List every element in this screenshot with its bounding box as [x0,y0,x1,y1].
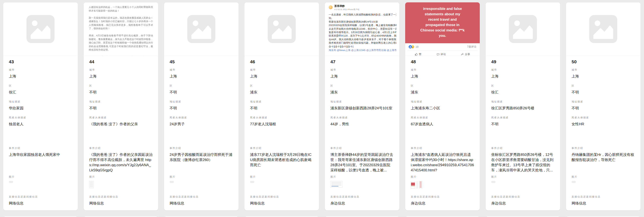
partial-card[interactable] [3,216,78,217]
comment-bubble-icon [437,53,440,56]
record-card-48[interactable]: irresponsible and false statements about… [405,2,480,211]
field-value-victim: 独居老人 [9,122,72,127]
record-number: 45 [170,56,233,68]
field-label-victim: 死者大体描述 [170,116,233,119]
field-label-event: 事件介绍 [411,147,474,150]
image-placeholder-icon [26,15,54,43]
reaction-count: 19 [416,45,418,48]
field-label-direct: 直接信息还是间接信息 [411,195,474,198]
share-arrow-icon [461,53,464,56]
field-value-district: 徐汇 [9,90,72,95]
field-value-event: 上海浦东*血透病人延误治疗致死且遗体滞留家中约30小时！https://shar… [411,152,474,173]
field-label-address: 地址描述 [170,100,233,103]
field-label-victim: 死者大体描述 [89,116,152,119]
field-label-images: 图片 [411,175,474,178]
field-value-direct: 网络信息 [9,201,72,206]
field-label-district: 区 [170,84,233,87]
partial-card[interactable] [566,216,641,217]
field-label-city: 城市 [411,68,474,71]
next-card-row-peek [0,216,644,217]
field-value-direct: 网络信息 [572,201,635,206]
field-label-images: 图片 [250,175,314,178]
share-action: 分享 [461,52,470,56]
record-card-49[interactable]: 49 城市上海 区徐汇 地址描述徐汇区罗秀路850弄26号楼 死者大体描述不明 … [485,2,560,211]
weibo-post-meta: 4-2 02:31 来自 iPhone客户端 [334,8,359,11]
record-card-43[interactable]: 43 城市上海 区徐汇 地址描述华欣家园 死者大体描述独居老人 事件介绍上海华欣… [3,2,78,211]
field-value-address: 不明 [170,106,233,111]
partial-card[interactable] [244,216,319,217]
field-value-direct: 网络信息 [170,201,233,206]
thumbs-up-icon [415,53,418,56]
field-label-event: 事件介绍 [491,147,554,150]
field-label-district: 区 [411,84,474,87]
image-placeholder-icon [268,15,296,43]
field-label-event: 事件介绍 [9,147,72,150]
field-label-direct: 直接信息还是间接信息 [330,195,394,198]
field-label-direct: 直接信息还是间接信息 [250,195,314,198]
field-value-district: 徐汇 [491,90,554,95]
card-cover-placeholder [486,2,560,56]
field-label-images: 图片 [330,175,394,178]
field-value-victim: 《我的爸爸 没了》作者的父亲 [89,122,152,127]
field-label-victim: 死者大体描述 [411,116,474,119]
field-label-address: 地址描述 [572,100,635,103]
attachment-thumbnail [411,181,415,189]
field-label-images: 图片 [491,175,554,178]
field-label-images: 图片 [9,175,72,178]
card-cover-placeholder [164,2,238,56]
weibo-username: 茶香禅静 [334,4,359,7]
card-fields: 49 城市上海 区徐汇 地址描述徐汇区罗秀路850弄26号楼 死者大体描述不明 … [486,56,560,210]
partial-card[interactable] [164,216,239,217]
card-cover-article-screenshot: 人都没有这样的机会，一个病人需要几十个人的同时帮助和关怀才有可能获得一丝的机会！… [84,2,158,56]
field-label-district: 区 [330,84,394,87]
field-value-district: 不明 [170,90,233,95]
red-post-text: irresponsible and false statements about… [415,6,470,38]
record-number: 44 [89,56,152,68]
card-cover-placeholder [244,2,319,56]
record-card-46[interactable]: 46 城市上海 区浦东 地址描述不明 死者大体描述77岁老人沈瑞根 事件介绍浦东… [244,2,319,211]
field-label-address: 地址描述 [491,100,554,103]
field-value-direct: 网络信息 [89,201,152,206]
record-card-47[interactable]: 茶香禅静 4-2 02:31 来自 iPhone客户端 一名志愿者，昨日我投入路… [324,2,400,211]
field-value-direct: 身边信息 [330,201,394,206]
field-value-victim: 女性HR [572,122,635,127]
comment-action: 评论 [437,52,446,56]
record-number: 50 [572,56,635,68]
field-value-address: 上海浦东寿二小区 [411,106,474,111]
attachment-thumbnail [330,181,342,188]
card-fields: 48 城市上海 区浦东 地址描述上海浦东寿二小区 死者大体描述67岁血透病人 事… [405,56,480,210]
field-value-city: 上海 [170,74,233,79]
field-value-address: 不明 [250,106,314,111]
field-label-event: 事件介绍 [170,147,233,150]
partial-card[interactable] [324,216,400,217]
weibo-mentions: 海发布 @News上海 @上海12345 @上海市市民信箱 @上海市志愿者协会 [329,49,396,52]
field-label-direct: 直接信息还是间接信息 [9,195,72,198]
partial-card[interactable] [485,216,560,217]
image-placeholder-icon [509,15,537,43]
attachment-thumbnail [491,181,496,183]
field-value-event: 24岁男子因核酸而延误治疗而猝死于浦东医院（微博@红茶260） [170,152,233,163]
field-value-address: 徐汇区罗秀路850弄26号楼 [491,106,554,111]
attachment-thumbnail [9,181,13,183]
field-label-city: 城市 [250,68,314,71]
field-label-direct: 直接信息还是间接信息 [170,195,233,198]
field-value-direct: 网络信息 [250,201,314,206]
attachment-thumbnail [416,181,418,189]
partial-card[interactable] [84,216,158,217]
field-label-victim: 死者大体描述 [9,116,72,119]
field-label-event: 事件介绍 [89,147,152,150]
record-card-50[interactable]: 50 城市上海 区不明 地址描述不明 死者大体描述女性HR 事件介绍丹纳赫集团的… [566,2,641,211]
partial-card[interactable] [405,216,480,217]
field-value-event: 丹纳赫集团的某Hr，因心脏猝死没有核酸报告耽误治疗，导致死亡 [572,152,635,163]
attachment-thumbnail [170,181,174,183]
record-card-44[interactable]: 人都没有这样的机会，一个病人需要几十个人的同时帮助和关怀才有可能获得一丝的机会！… [84,2,158,211]
card-fields: 44 城市上海 区不明 地址描述不明 死者大体描述《我的爸爸 没了》作者的父亲 … [84,56,158,210]
record-card-45[interactable]: 45 城市上海 区不明 地址描述不明 死者大体描述24岁男子 事件介绍24岁男子… [164,2,239,211]
comment-count: 7条评论 [467,45,476,49]
field-label-city: 城市 [9,68,72,71]
field-value-district: 不明 [89,90,152,95]
field-label-city: 城市 [572,68,635,71]
weibo-avatar [329,5,332,9]
field-value-address: 不明 [89,106,152,111]
field-label-victim: 死者大体描述 [250,116,314,119]
